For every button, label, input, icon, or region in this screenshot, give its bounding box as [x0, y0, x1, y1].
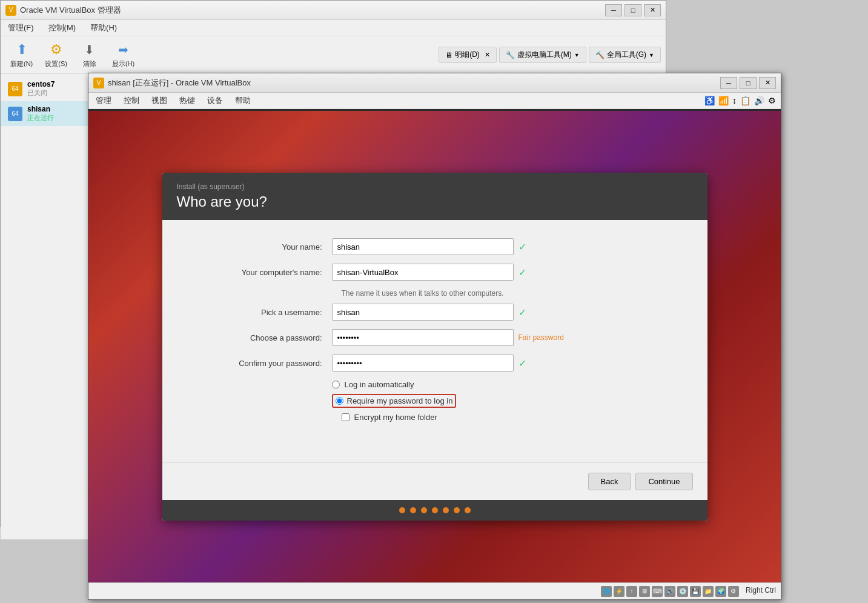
network-status-icon: 📶	[718, 96, 729, 105]
password-input[interactable]	[332, 329, 514, 346]
computer-name-row: Your computer's name: ✓	[199, 264, 671, 281]
toolbar-display-label: 显示(H)	[112, 59, 134, 68]
toolbar-new-btn[interactable]: ⬆ 新建(N)	[5, 39, 38, 71]
encrypt-checkbox[interactable]	[342, 413, 350, 421]
vm-menu-manage[interactable]: 管理	[93, 94, 114, 107]
statusbar-icons: 🌐 ⚡ ↑ 🖥 ⌨ 🔊 💿 💾 📁 🌍 ⚙ Right Ctrl	[601, 586, 776, 597]
status-network-icon: 🌐	[601, 586, 612, 597]
vbm-menu-control[interactable]: 控制(M)	[44, 21, 81, 35]
settings-icon: ⚙	[48, 41, 65, 58]
vm-logo: V	[93, 78, 104, 88]
ubuntu-background: Install (as superuser) Who are you? Your…	[88, 111, 781, 582]
vm-maximize-btn[interactable]: □	[740, 77, 757, 89]
password-label: Choose a password:	[199, 333, 332, 342]
back-button[interactable]: Back	[588, 473, 631, 490]
global-tools-icon: 🔨	[595, 51, 605, 59]
toolbar-display-btn[interactable]: ➡ 显示(H)	[107, 39, 139, 71]
status-arrow-icon: ↑	[626, 586, 637, 597]
require-password-radio[interactable]	[336, 397, 343, 405]
vbm-menu-help[interactable]: 帮助(H)	[85, 21, 122, 35]
vbm-maximize-btn[interactable]: □	[624, 4, 641, 16]
auto-login-label[interactable]: Log in automatically	[345, 380, 414, 389]
settings-gear-icon: ⚙	[768, 96, 776, 105]
vm-tools-btn[interactable]: 🔧 虚拟电脑工具(M) ▼	[499, 47, 586, 63]
detail-label: 明细(D)	[455, 50, 480, 60]
status-cd-icon: 💿	[677, 586, 688, 597]
username-input[interactable]	[332, 304, 514, 321]
shisan-label: shisan	[27, 105, 54, 113]
vm-titlebar: V shisan [正在运行] - Oracle VM VirtualBox ─…	[88, 73, 781, 93]
status-audio-icon: 🔊	[664, 586, 675, 597]
computer-name-input[interactable]	[332, 264, 514, 281]
audio-icon: 🔊	[754, 96, 764, 105]
detail-close-icon[interactable]: ✕	[485, 51, 490, 59]
require-password-selected-border: Require my password to log in	[332, 394, 457, 408]
your-name-label: Your name:	[199, 242, 332, 252]
installer-actions: Back Continue	[162, 462, 707, 500]
dot-4	[432, 507, 438, 513]
sidebar-item-shisan[interactable]: 64 shisan 正在运行	[1, 101, 94, 126]
toolbar-settings-label: 设置(S)	[45, 59, 67, 68]
dot-6	[454, 507, 460, 513]
detail-btn[interactable]: 🖥 明细(D) ✕	[439, 47, 497, 63]
toolbar-clear-label: 清除	[83, 59, 96, 68]
toolbar-settings-btn[interactable]: ⚙ 设置(S)	[40, 39, 72, 71]
status-share-icon: 📁	[703, 586, 714, 597]
vbm-close-btn[interactable]: ✕	[644, 4, 661, 16]
accessibility-icon: ♿	[704, 96, 715, 105]
installer-dialog: Install (as superuser) Who are you? Your…	[162, 173, 707, 521]
require-password-row: Require my password to log in	[332, 394, 671, 408]
vm-menu-hotkeys[interactable]: 热键	[177, 94, 197, 107]
display-icon: ➡	[115, 41, 132, 58]
login-options-group: Log in automatically Require my password…	[332, 380, 671, 408]
global-tools-expand-icon[interactable]: ▼	[649, 52, 654, 58]
vbm-window-controls: ─ □ ✕	[605, 4, 661, 16]
vm-tools-expand-icon[interactable]: ▼	[574, 52, 580, 58]
clear-icon: ⬇	[81, 41, 98, 58]
vm-menu-view[interactable]: 视图	[149, 94, 170, 107]
confirm-password-check-icon: ✓	[518, 358, 526, 369]
vm-window-controls: ─ □ ✕	[720, 77, 776, 89]
installer-header: Install (as superuser) Who are you?	[162, 173, 707, 220]
vm-menu-control[interactable]: 控制	[121, 94, 142, 107]
password-row: Choose a password: Fair password	[199, 329, 671, 346]
dot-1	[399, 507, 405, 513]
vm-tools-icon: 🔧	[506, 51, 515, 59]
vbm-minimize-btn[interactable]: ─	[605, 4, 622, 16]
toolbar-clear-btn[interactable]: ⬇ 清除	[75, 39, 105, 71]
username-row: Pick a username: ✓	[199, 304, 671, 321]
your-name-input[interactable]	[332, 238, 514, 255]
installer-subtitle: Install (as superuser)	[177, 182, 693, 191]
vm-close-btn[interactable]: ✕	[759, 77, 776, 89]
vm-display[interactable]: Install (as superuser) Who are you? Your…	[88, 111, 781, 582]
confirm-password-input[interactable]	[332, 355, 514, 371]
vm-menu-devices[interactable]: 设备	[205, 94, 225, 107]
continue-button[interactable]: Continue	[635, 473, 692, 490]
dot-5	[443, 507, 449, 513]
usb-icon: ↕	[732, 96, 737, 105]
vm-menu-help[interactable]: 帮助	[233, 94, 253, 107]
vbm-menu-manage[interactable]: 管理(F)	[3, 21, 39, 35]
vm-title: shisan [正在运行] - Oracle VM VirtualBox	[108, 78, 720, 88]
shisan-vm-icon: 64	[8, 107, 22, 121]
status-web-icon: 🌍	[715, 586, 726, 597]
toolbar-new-label: 新建(N)	[10, 59, 33, 68]
dot-7	[465, 507, 471, 513]
dot-2	[410, 507, 416, 513]
require-password-label[interactable]: Require my password to log in	[347, 396, 453, 405]
global-tools-btn[interactable]: 🔨 全局工具(G) ▼	[589, 47, 661, 63]
vm-minimize-btn[interactable]: ─	[720, 77, 737, 89]
encrypt-label[interactable]: Encrypt my home folder	[354, 413, 437, 422]
shisan-status: 正在运行	[27, 113, 54, 122]
status-display-icon: 🖥	[639, 586, 650, 597]
centos7-label: centos7	[27, 80, 55, 88]
right-ctrl-label: Right Ctrl	[746, 586, 776, 597]
computer-name-check-icon: ✓	[518, 267, 526, 278]
computer-name-hint: The name it uses when it talks to other …	[342, 289, 671, 298]
confirm-password-row: Confirm your password: ✓	[199, 355, 671, 371]
sidebar-item-centos7[interactable]: 64 centos7 已关闭	[1, 76, 94, 101]
your-name-check-icon: ✓	[518, 241, 526, 253]
confirm-password-label: Confirm your password:	[199, 359, 332, 368]
auto-login-radio[interactable]	[332, 381, 340, 388]
vbm-menubar: 管理(F) 控制(M) 帮助(H)	[1, 20, 666, 36]
